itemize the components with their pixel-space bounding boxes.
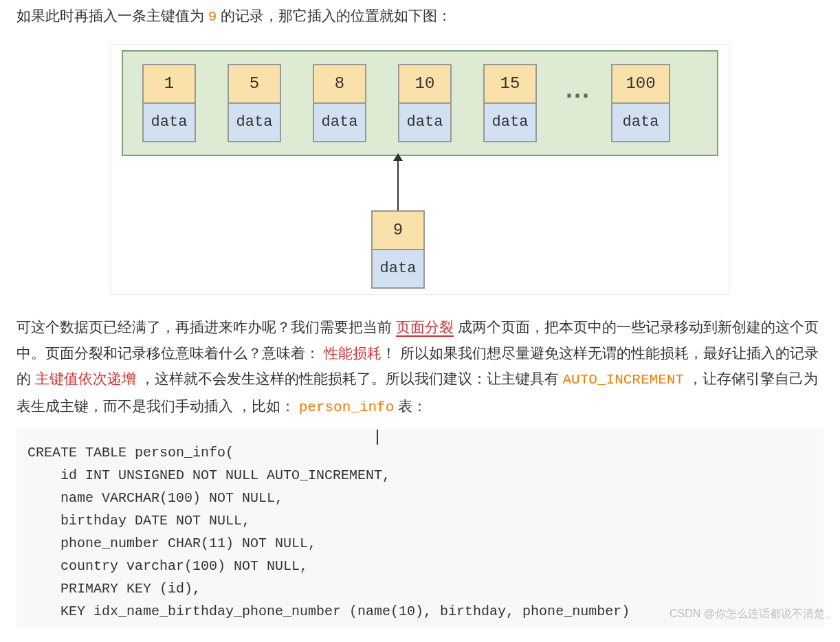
highlight-page-split: 页面分裂	[396, 319, 454, 337]
record-data: data	[485, 104, 535, 141]
highlight-pk-increment: 主键值依次递增	[35, 370, 136, 386]
inline-code-table-name: person_info	[299, 399, 395, 415]
insert-record-node: 9 data	[371, 210, 425, 289]
text-segment: 的记录，那它插入的位置就如下图：	[217, 8, 452, 23]
highlight-performance: 性能损耗	[324, 345, 382, 361]
insert-arrow-column: 9 data	[371, 153, 425, 289]
text-segment: 如果此时再插入一条主键值为	[16, 8, 208, 23]
record-data: data	[399, 104, 450, 141]
record-key: 100	[612, 65, 669, 104]
record-data: data	[373, 250, 423, 287]
paragraph-intro: 如果此时再插入一条主键值为 9 的记录，那它插入的位置就如下图：	[16, 3, 824, 30]
inline-code-key: 9	[208, 9, 217, 25]
ellipsis: ···	[566, 84, 590, 122]
record-key: 1	[144, 65, 195, 104]
record-key: 9	[373, 212, 423, 250]
data-page-row: 1 data 5 data 8 data 10 data 15 data ···…	[122, 50, 718, 156]
record-key: 15	[485, 65, 535, 104]
record-node: 15 data	[483, 64, 537, 142]
record-node: 5 data	[228, 64, 281, 142]
arrow-stem	[397, 159, 399, 210]
text-cursor-icon	[377, 430, 378, 445]
inline-code-auto-increment: AUTO_INCREMENT	[563, 372, 684, 388]
record-node: 10 data	[398, 64, 452, 142]
record-key: 5	[229, 65, 280, 104]
watermark: CSDN @你怎么连话都说不清楚、	[670, 604, 836, 624]
document-page: 如果此时再插入一条主键值为 9 的记录，那它插入的位置就如下图： 1 data …	[0, 0, 840, 628]
sql-code-block: CREATE TABLE person_info( id INT UNSIGNE…	[16, 429, 824, 628]
record-key: 8	[314, 65, 365, 104]
text-segment: ，这样就不会发生这样的性能损耗了。所以我们建议：让主键具有	[136, 370, 563, 386]
record-key: 10	[399, 65, 450, 104]
record-data: data	[314, 104, 365, 141]
record-data: data	[229, 104, 280, 141]
record-node: 1 data	[142, 64, 196, 142]
paragraph-explain: 可这个数据页已经满了，再插进来咋办呢？我们需要把当前 页面分裂 成两个页面，把本…	[16, 314, 824, 421]
record-data: data	[144, 104, 195, 141]
diagram-container: 1 data 5 data 8 data 10 data 15 data ···…	[110, 44, 730, 295]
record-node: 100 data	[611, 64, 670, 142]
text-segment: 表：	[394, 398, 427, 414]
record-data: data	[612, 104, 669, 141]
record-node: 8 data	[313, 64, 366, 142]
text-segment: 可这个数据页已经满了，再插进来咋办呢？我们需要把当前	[16, 319, 396, 335]
